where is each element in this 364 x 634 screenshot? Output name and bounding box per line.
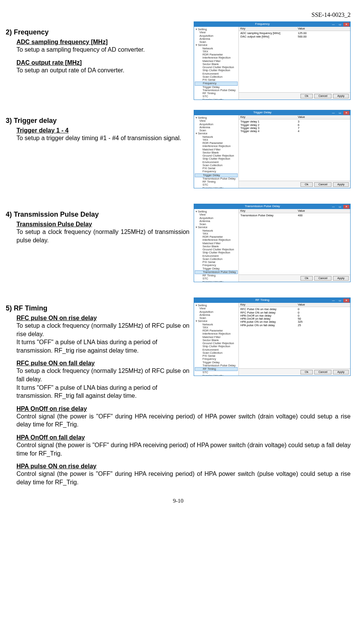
- kv-value: 0: [298, 308, 349, 311]
- window-footer: OkCancelApply: [239, 181, 350, 188]
- ok-button[interactable]: Ok: [300, 370, 313, 374]
- tree-item-scancol[interactable]: Scan Collection: [195, 164, 238, 167]
- tree-item-service[interactable]: ▾Service: [195, 44, 238, 47]
- minimize-button[interactable]: —: [330, 23, 336, 26]
- tree-item-rftiming[interactable]: RF Timing: [195, 274, 238, 277]
- title-bar: RF Timing—▭✕: [194, 298, 350, 303]
- text-tpd: To setup a clock frequency (normally 125…: [16, 228, 189, 244]
- kv-value: 50: [298, 317, 349, 320]
- sub-adc-sampling: ADC sampling frequency [MHz]: [16, 39, 189, 46]
- kv-list: Trigger delay 13Trigger delay 26Trigger …: [239, 119, 350, 181]
- close-button[interactable]: ✕: [343, 23, 349, 26]
- settings-tree[interactable]: ▾SettingViewAcquisitionAntennaScan▾Servi…: [194, 303, 239, 376]
- kv-value: 25: [298, 324, 349, 327]
- sub-dac-output: DAC output rate [MHz]: [16, 59, 189, 66]
- tree-item-tpd[interactable]: Transmission Pulse Delay: [195, 177, 238, 180]
- section-frequency: 2) Frequency ADC sampling frequency [MHz…: [6, 21, 351, 100]
- sub-tpd: Transmission Pulse Delay: [16, 221, 189, 228]
- tree-item-net[interactable]: Network: [195, 229, 238, 232]
- text-rfc-fall-a: To setup a clock frequency (normally 125…: [16, 367, 189, 383]
- apply-button[interactable]: Apply: [333, 370, 349, 374]
- settings-tree[interactable]: ▾SettingViewAcquisitionAntennaScan▾Servi…: [194, 115, 239, 188]
- tree-item-dopv[interactable]: Doppler Velocity: [195, 374, 238, 376]
- tree-item-freq[interactable]: Frequency: [195, 170, 238, 173]
- apply-button[interactable]: Apply: [333, 94, 349, 98]
- cancel-button[interactable]: Cancel: [314, 276, 331, 281]
- section-2-title: 2) Frequency: [6, 28, 189, 36]
- tree-item-tpd[interactable]: Transmission Pulse Delay: [195, 364, 238, 367]
- settings-tree[interactable]: ▾SettingViewAcquisitionAntennaScan▾Servi…: [194, 27, 239, 100]
- cancel-button[interactable]: Cancel: [314, 94, 331, 98]
- screenshot-tpd-window: Transmission Pulse Delay—▭✕▾SettingViewA…: [194, 204, 351, 282]
- tree-item-pxiser[interactable]: PXI Serial: [195, 78, 238, 82]
- maximize-button[interactable]: ▭: [337, 299, 343, 302]
- tree-item-scancol[interactable]: Scan Collection: [195, 258, 238, 261]
- cancel-button[interactable]: Cancel: [314, 182, 331, 187]
- maximize-button[interactable]: ▭: [337, 111, 343, 115]
- kv-key: HPA pulse ON on fall delay: [240, 324, 298, 327]
- screenshot-frequency-window: Frequency—▭✕▾SettingViewAcquisitionAnten…: [194, 21, 351, 100]
- apply-button[interactable]: Apply: [333, 276, 349, 281]
- ok-button[interactable]: Ok: [300, 276, 313, 281]
- settings-tree[interactable]: ▾SettingViewAcquisitionAntennaScan▾Servi…: [194, 209, 239, 282]
- close-button[interactable]: ✕: [343, 205, 349, 209]
- tree-item-rftiming[interactable]: RF Timing: [195, 180, 238, 183]
- tree-item-net[interactable]: Network: [195, 47, 238, 50]
- tree-item-net[interactable]: Network: [195, 323, 238, 326]
- tree-item-service[interactable]: ▾Service: [195, 132, 238, 135]
- maximize-button[interactable]: ▭: [337, 205, 343, 209]
- tree-item-dopv[interactable]: Doppler Velocity: [195, 98, 238, 100]
- kv-key: Trigger delay 4: [240, 130, 298, 133]
- kv-value: 4: [298, 130, 349, 133]
- window-title: Frequency: [195, 23, 330, 26]
- settings-window: Frequency—▭✕▾SettingViewAcquisitionAnten…: [194, 21, 351, 100]
- cancel-button[interactable]: Cancel: [314, 370, 331, 374]
- section-transmission-pulse-delay: 4) Transmission Pulse Delay Transmission…: [6, 204, 351, 282]
- title-bar: Frequency—▭✕: [194, 22, 350, 27]
- ok-button[interactable]: Ok: [300, 94, 313, 98]
- tree-item-pxiser[interactable]: PXI Serial: [195, 355, 238, 358]
- kv-header: KeyValue: [239, 27, 350, 31]
- tree-item-pxiser[interactable]: PXI Serial: [195, 167, 238, 170]
- text-hpa-pulse-rise: Control signal (the power is "OFF" durin…: [16, 470, 351, 486]
- kv-header: KeyValue: [239, 209, 350, 213]
- kv-header-value: Value: [298, 27, 349, 30]
- minimize-button[interactable]: —: [330, 111, 336, 115]
- tree-item-dopv[interactable]: Doppler Velocity: [195, 281, 238, 282]
- tree-item-trigd[interactable]: Trigger Delay: [195, 267, 238, 270]
- text-rfc-rise-a: To setup a clock frequency (normally 125…: [16, 322, 189, 338]
- sub-hpa-onoff-rise: HPA OnOff on rise delay: [16, 405, 351, 412]
- kv-header-key: Key: [240, 27, 298, 30]
- sub-hpa-pulse-rise: HPA pulse ON on rise delay: [16, 463, 351, 470]
- tree-item-service[interactable]: ▾Service: [195, 320, 238, 323]
- minimize-button[interactable]: —: [330, 205, 336, 209]
- kv-header-key: Key: [240, 209, 298, 212]
- tree-item-pxiser[interactable]: PXI Serial: [195, 261, 238, 264]
- tree-item-rftiming[interactable]: RF Timing: [195, 367, 238, 371]
- tree-item-rftiming[interactable]: RF Timing: [195, 92, 238, 95]
- kv-header-value: Value: [298, 116, 349, 119]
- close-button[interactable]: ✕: [343, 299, 349, 302]
- tree-item-tpd[interactable]: Transmission Pulse Delay: [195, 270, 238, 274]
- tree-item-service[interactable]: ▾Service: [195, 226, 238, 229]
- section-trigger-delay: 3) Trigger delay Trigger delay 1 - 4 To …: [6, 110, 351, 188]
- kv-value: 0: [298, 314, 349, 317]
- text-rfc-rise-b: It turns "OFF" a pulse of LNA bias durin…: [16, 338, 189, 355]
- kv-list: Transmission Pulse Delay400: [239, 213, 350, 275]
- tree-item-scancol[interactable]: Scan Collection: [195, 351, 238, 355]
- text-adc-sampling: To setup a sampling frequency of AD conv…: [16, 46, 189, 54]
- kv-header-value: Value: [298, 209, 349, 212]
- tree-item-scancol[interactable]: Scan Collection: [195, 75, 238, 78]
- text-hpa-onoff-rise: Control signal (the power is "OFF" durin…: [16, 412, 351, 429]
- apply-button[interactable]: Apply: [333, 182, 349, 187]
- tree-item-net[interactable]: Network: [195, 136, 238, 139]
- tree-item-freq[interactable]: Frequency: [195, 82, 238, 85]
- tree-item-dopv[interactable]: Doppler Velocity: [195, 187, 238, 188]
- sub-hpa-onoff-fall: HPA OnOff on fall delay: [16, 434, 351, 441]
- maximize-button[interactable]: ▭: [337, 23, 343, 26]
- section-rf-timing: 5) RF Timing RFC pulse ON on rise delay …: [6, 297, 351, 400]
- close-button[interactable]: ✕: [343, 111, 349, 115]
- ok-button[interactable]: Ok: [300, 182, 313, 187]
- minimize-button[interactable]: —: [330, 299, 336, 302]
- tree-item-tpd[interactable]: Transmission Pulse Delay: [195, 89, 238, 92]
